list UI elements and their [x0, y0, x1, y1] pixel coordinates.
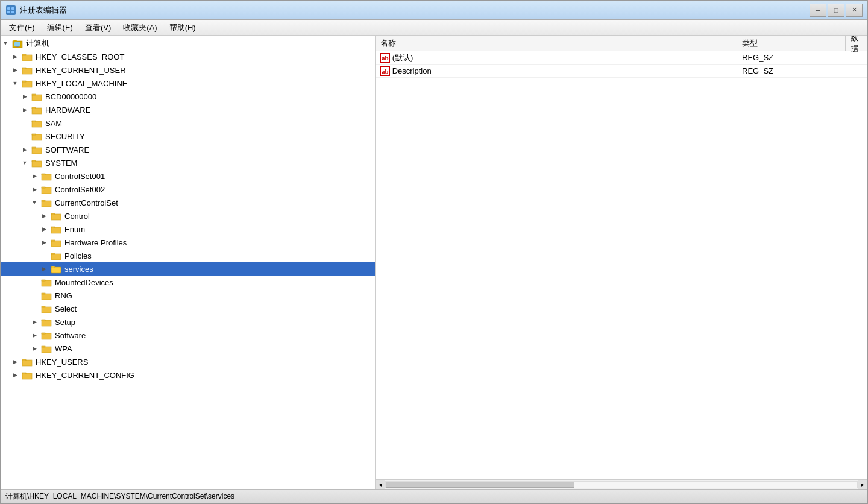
tree-row-system[interactable]: ▼ SYSTEM	[1, 156, 375, 169]
status-path: 计算机\HKEY_LOCAL_MACHINE\SYSTEM\CurrentCon…	[5, 491, 234, 502]
tree-row-hku[interactable]: ▶ HKEY_USERS	[1, 355, 375, 368]
svg-rect-72	[51, 253, 55, 254]
tree-row-security[interactable]: ▶ SECURITY	[1, 130, 375, 143]
hscroll-area[interactable]: ◄ ►	[376, 479, 867, 489]
svg-rect-60	[51, 213, 55, 215]
header-type: 类型	[737, 36, 846, 51]
expander-hardware[interactable]: ▶	[20, 105, 30, 115]
tree-label-hku: HKEY_USERS	[34, 358, 88, 367]
expander-software-hklm[interactable]: ▶	[20, 145, 30, 154]
tree-row-controlset002[interactable]: ▶ ControlSet002	[1, 183, 375, 196]
folder-icon-hardware	[31, 105, 42, 115]
expander-control[interactable]: ▶	[39, 211, 49, 221]
tree-row-sam[interactable]: ▶ SAM	[1, 116, 375, 130]
expander-hklm[interactable]: ▼	[10, 78, 20, 88]
tree-row-wpa[interactable]: ▶ WPA	[1, 342, 375, 355]
expander-software2[interactable]: ▶	[30, 330, 39, 340]
expander-system[interactable]: ▼	[20, 158, 30, 168]
tree-row-select[interactable]: ▶ Select	[1, 302, 375, 315]
folder-icon-system	[31, 158, 42, 168]
svg-rect-2	[11, 7, 14, 10]
svg-rect-80	[42, 280, 45, 281]
folder-icon-software2	[41, 330, 52, 340]
tree-label-hardware: HARDWARE	[44, 106, 90, 115]
tree-row-hkcr[interactable]: ▶ HKEY_CLASSES_ROOT	[1, 50, 375, 63]
expander-services[interactable]: ▶	[39, 264, 49, 274]
tree-row-hkcc[interactable]: ▶ HKEY_CURRENT_CONFIG	[1, 368, 375, 382]
values-scroll-area[interactable]: ab(默认) REG_SZ abDescription REG_SZ	[376, 51, 867, 479]
value-data-description	[846, 70, 867, 72]
svg-rect-30	[32, 121, 42, 127]
tree-row-services[interactable]: ▶ services	[1, 262, 375, 276]
svg-rect-8	[14, 42, 20, 46]
expander-currentcontrolset[interactable]: ▼	[30, 198, 39, 207]
tree-row-hwprofiles[interactable]: ▶ Hardware Profiles	[1, 236, 375, 249]
expander-hwprofiles[interactable]: ▶	[39, 238, 49, 247]
svg-rect-104	[22, 359, 26, 361]
tree-row-computer[interactable]: ▼ 计算机	[1, 37, 375, 50]
menu-item-edit[interactable]: 编辑(E)	[41, 20, 79, 35]
hscroll-track[interactable]	[385, 481, 858, 488]
tree-row-mounteddevices[interactable]: ▶ MountedDevices	[1, 276, 375, 289]
folder-icon-select	[41, 304, 52, 313]
svg-rect-18	[22, 81, 32, 87]
value-name-default: ab(默认)	[376, 51, 737, 65]
svg-rect-48	[42, 174, 45, 175]
expander-controlset002[interactable]: ▶	[30, 184, 39, 194]
tree-row-software2[interactable]: ▶ Software	[1, 329, 375, 342]
tree-row-currentcontrolset[interactable]: ▼ CurrentControlSet	[1, 196, 375, 209]
tree-row-enum[interactable]: ▶ Enum	[1, 222, 375, 236]
tree-label-controlset002: ControlSet002	[54, 185, 105, 194]
maximize-button[interactable]: □	[828, 4, 844, 17]
tree-row-control[interactable]: ▶ Control	[1, 209, 375, 222]
minimize-button[interactable]: ─	[810, 4, 826, 17]
expander-computer[interactable]: ▼	[1, 39, 10, 48]
tree-row-controlset001[interactable]: ▶ ControlSet001	[1, 169, 375, 183]
folder-icon-mounteddevices	[41, 277, 52, 287]
svg-rect-108	[22, 373, 26, 374]
tree-row-hardware[interactable]: ▶ HARDWARE	[1, 103, 375, 116]
tree-row-setup[interactable]: ▶ Setup	[1, 315, 375, 329]
value-row-default[interactable]: ab(默认) REG_SZ	[376, 51, 867, 65]
folder-icon-hkcc	[22, 370, 33, 380]
svg-rect-62	[51, 227, 61, 233]
svg-rect-38	[32, 148, 42, 154]
expander-wpa[interactable]: ▶	[30, 344, 39, 353]
svg-rect-64	[51, 227, 55, 228]
expander-hkcu[interactable]: ▶	[10, 65, 20, 75]
svg-rect-9	[16, 46, 19, 47]
tree-row-policies[interactable]: ▶ Policies	[1, 249, 375, 262]
tree-label-hkcu: HKEY_CURRENT_USER	[34, 66, 126, 75]
tree-row-hkcu[interactable]: ▶ HKEY_CURRENT_USER	[1, 63, 375, 77]
expander-setup[interactable]: ▶	[30, 317, 39, 327]
svg-rect-0	[6, 5, 16, 15]
folder-icon-security	[31, 131, 42, 141]
close-button[interactable]: ✕	[846, 4, 863, 17]
folder-icon-currentcontrolset	[41, 198, 52, 207]
svg-rect-34	[32, 134, 42, 140]
folder-icon-hkcu	[22, 65, 33, 75]
expander-bcd[interactable]: ▶	[20, 92, 30, 101]
expander-hku[interactable]: ▶	[10, 357, 20, 367]
hscroll-left-btn[interactable]: ◄	[376, 480, 385, 490]
tree-label-system: SYSTEM	[44, 159, 77, 168]
expander-hkcc[interactable]: ▶	[10, 370, 20, 380]
expander-enum[interactable]: ▶	[39, 224, 49, 234]
menu-item-favorites[interactable]: 收藏夹(A)	[117, 20, 163, 35]
menu-item-view[interactable]: 查看(V)	[79, 20, 117, 35]
tree-row-software-hklm[interactable]: ▶ SOFTWARE	[1, 143, 375, 156]
tree-row-rng[interactable]: ▶ RNG	[1, 289, 375, 302]
expander-controlset001[interactable]: ▶	[30, 171, 39, 181]
tree-row-hklm[interactable]: ▼ HKEY_LOCAL_MACHINE	[1, 77, 375, 90]
hscroll-thumb[interactable]	[386, 482, 574, 488]
folder-icon-wpa	[41, 344, 52, 353]
value-data-default	[846, 57, 867, 59]
tree-row-bcd[interactable]: ▶ BCD00000000	[1, 90, 375, 103]
expander-hkcr[interactable]: ▶	[10, 52, 20, 61]
menu-item-help[interactable]: 帮助(H)	[163, 20, 202, 35]
svg-rect-52	[42, 187, 45, 188]
menu-item-file[interactable]: 文件(F)	[3, 20, 41, 35]
value-row-description[interactable]: abDescription REG_SZ	[376, 65, 867, 78]
hscroll-right-btn[interactable]: ►	[858, 480, 867, 490]
folder-icon-hklm	[22, 78, 33, 88]
